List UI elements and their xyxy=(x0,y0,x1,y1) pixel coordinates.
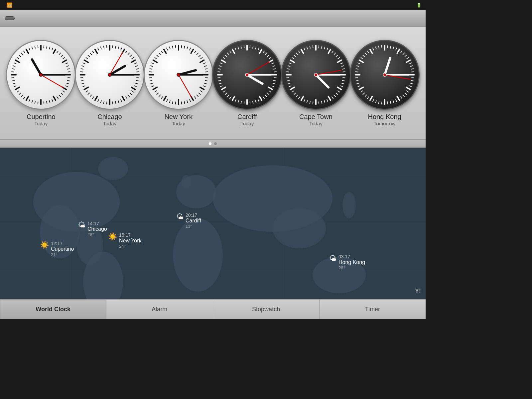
edit-button[interactable] xyxy=(5,16,15,20)
svg-line-329 xyxy=(390,46,391,48)
clock-cell-cape-town: Cape TownToday xyxy=(283,40,349,126)
svg-line-90 xyxy=(128,95,130,96)
svg-line-115 xyxy=(82,66,84,66)
svg-line-337 xyxy=(406,60,410,62)
svg-line-119 xyxy=(88,55,89,57)
map-city-name-5: Hong Kong xyxy=(338,259,365,265)
page-dot-2[interactable] xyxy=(214,142,217,145)
svg-line-144 xyxy=(204,66,206,66)
svg-line-349 xyxy=(405,93,406,94)
svg-line-187 xyxy=(164,49,166,53)
svg-line-78 xyxy=(134,63,136,64)
svg-line-172 xyxy=(153,87,157,89)
svg-line-308 xyxy=(287,71,289,72)
svg-line-315 xyxy=(296,53,298,55)
svg-line-189 xyxy=(169,47,170,49)
svg-line-210 xyxy=(274,68,276,69)
tab-alarm[interactable]: Alarm xyxy=(106,300,213,319)
svg-line-378 xyxy=(361,58,362,59)
svg-line-348 xyxy=(407,90,408,92)
svg-line-311 xyxy=(289,63,291,64)
battery-icon: 🔋 xyxy=(416,3,422,8)
svg-line-268 xyxy=(332,51,333,53)
svg-line-85 xyxy=(136,83,138,84)
svg-line-135 xyxy=(187,47,188,49)
svg-line-299 xyxy=(296,95,298,96)
tab-world-clock[interactable]: World Clock xyxy=(0,300,106,319)
svg-line-257 xyxy=(247,62,269,75)
svg-line-143 xyxy=(203,63,205,64)
svg-line-239 xyxy=(219,83,221,84)
svg-line-359 xyxy=(378,101,379,103)
svg-line-181 xyxy=(152,63,154,64)
svg-line-302 xyxy=(290,87,294,89)
svg-line-347 xyxy=(406,87,410,89)
svg-line-276 xyxy=(343,71,345,72)
svg-line-198 xyxy=(250,46,250,48)
svg-line-333 xyxy=(401,51,402,53)
svg-line-241 xyxy=(218,77,220,78)
svg-line-381 xyxy=(367,51,369,53)
tab-timer[interactable]: Timer xyxy=(320,300,426,319)
svg-line-46 xyxy=(12,77,14,78)
svg-line-184 xyxy=(157,55,158,57)
svg-line-280 xyxy=(342,83,344,84)
svg-line-256 xyxy=(244,46,244,48)
svg-line-293 xyxy=(313,102,313,104)
clock-cell-cupertino: CupertinoToday xyxy=(8,40,74,126)
svg-line-233 xyxy=(230,97,231,98)
svg-line-28 xyxy=(52,99,53,101)
svg-line-30 xyxy=(47,101,47,103)
svg-line-73 xyxy=(126,51,127,53)
svg-line-25 xyxy=(59,95,61,96)
svg-line-215 xyxy=(273,83,275,84)
svg-line-226 xyxy=(250,102,250,104)
clock-day-cupertino: Today xyxy=(34,121,48,126)
svg-line-206 xyxy=(269,58,271,59)
svg-line-164 xyxy=(172,101,173,103)
svg-line-245 xyxy=(219,66,221,66)
svg-line-182 xyxy=(153,60,157,62)
svg-line-355 xyxy=(390,101,391,103)
svg-line-23 xyxy=(63,90,65,92)
svg-line-7 xyxy=(54,49,56,53)
svg-line-368 xyxy=(358,86,360,87)
svg-line-361 xyxy=(373,99,374,101)
svg-line-31 xyxy=(44,102,44,104)
svg-line-291 xyxy=(319,102,319,104)
tab-stopwatch[interactable]: Stopwatch xyxy=(213,300,320,319)
svg-line-309 xyxy=(287,68,289,69)
svg-line-205 xyxy=(267,55,269,57)
svg-line-163 xyxy=(175,102,176,104)
svg-line-44 xyxy=(13,83,15,84)
svg-line-251 xyxy=(230,51,231,53)
svg-line-274 xyxy=(342,66,344,66)
svg-line-58 xyxy=(29,48,30,50)
svg-line-57 xyxy=(26,49,29,53)
page-dot-1[interactable] xyxy=(209,142,211,145)
status-left: 📶 xyxy=(4,2,12,8)
svg-line-346 xyxy=(409,86,411,87)
svg-line-278 xyxy=(343,77,345,78)
svg-line-0 xyxy=(32,59,41,74)
clock-city-new-york: New York xyxy=(164,113,193,121)
svg-line-134 xyxy=(184,46,185,48)
svg-line-380 xyxy=(365,53,366,55)
svg-line-246 xyxy=(220,63,222,64)
svg-line-96 xyxy=(113,102,113,104)
svg-line-260 xyxy=(316,75,329,87)
svg-line-74 xyxy=(128,53,130,55)
svg-line-331 xyxy=(396,48,397,50)
svg-line-290 xyxy=(322,101,322,103)
svg-line-86 xyxy=(134,86,136,87)
svg-line-161 xyxy=(181,102,182,104)
svg-line-110 xyxy=(81,80,83,81)
svg-line-105 xyxy=(88,93,89,94)
svg-line-367 xyxy=(359,87,363,89)
svg-line-126 xyxy=(107,46,107,48)
map-city-info-2: 15:17 New York 24° xyxy=(119,232,142,249)
tab-bar: World ClockAlarmStopwatchTimer xyxy=(0,299,426,319)
clock-cell-new-york: New YorkToday xyxy=(145,40,212,126)
svg-line-155 xyxy=(197,95,198,96)
clock-face-new-york xyxy=(144,40,213,110)
